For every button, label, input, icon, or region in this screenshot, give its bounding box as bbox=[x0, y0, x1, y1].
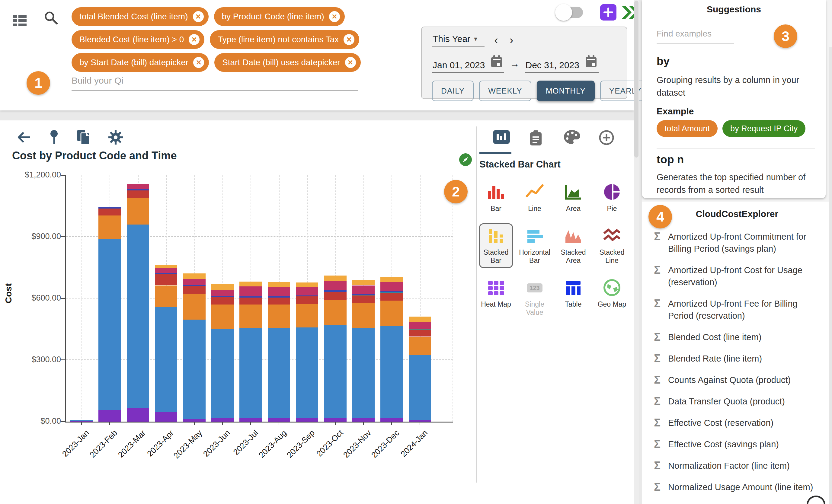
bar-segment-red[interactable] bbox=[98, 209, 121, 215]
bar-2023-Oct[interactable] bbox=[324, 175, 346, 422]
remove-pill-icon[interactable]: ✕ bbox=[345, 57, 356, 68]
add-button[interactable] bbox=[600, 4, 617, 21]
bar-segment-purple[interactable] bbox=[211, 418, 234, 422]
bar-segment-orange[interactable] bbox=[296, 304, 318, 327]
field-item[interactable]: ΣCounts Against Quota (product) bbox=[651, 374, 825, 386]
bar-segment-blue[interactable] bbox=[381, 326, 403, 418]
bar-segment-amber[interactable] bbox=[352, 280, 375, 286]
calendar-icon[interactable] bbox=[490, 55, 503, 70]
bar-2023-Apr[interactable] bbox=[155, 175, 177, 422]
bar-segment-amber[interactable] bbox=[155, 265, 177, 268]
pin-icon[interactable] bbox=[49, 130, 59, 146]
find-examples-input[interactable] bbox=[657, 29, 734, 44]
field-item[interactable]: ΣEffective Cost (reservation) bbox=[651, 417, 825, 429]
bar-segment-blue[interactable] bbox=[155, 307, 177, 412]
scrollbar-thumb[interactable] bbox=[634, 1, 639, 158]
bar-segment-blue[interactable] bbox=[352, 328, 375, 418]
bar-segment-amber[interactable] bbox=[239, 282, 262, 286]
field-item[interactable]: ΣEffective Cost (savings plan) bbox=[651, 438, 825, 450]
granularity-daily[interactable]: DAILY bbox=[432, 81, 474, 101]
bar-segment-blue[interactable] bbox=[239, 328, 262, 418]
bar-segment-navy[interactable] bbox=[352, 294, 375, 295]
bar-segment-amber[interactable] bbox=[296, 283, 318, 287]
bar-segment-red[interactable] bbox=[352, 295, 375, 303]
bar-2023-Jun[interactable] bbox=[211, 175, 234, 422]
query-pill[interactable]: total Blended Cost (line item)✕ bbox=[72, 7, 209, 26]
query-pill[interactable]: Start Date (bill) uses datepicker✕ bbox=[214, 53, 361, 72]
chart-type-stacked-bar[interactable]: Stacked Bar bbox=[479, 223, 513, 268]
field-item[interactable]: ΣNormalization Factor (line item) bbox=[651, 460, 825, 472]
bar-segment-orange[interactable] bbox=[155, 286, 177, 307]
date-preset-dropdown[interactable]: This Year ▾ bbox=[432, 33, 485, 47]
bar-segment-red[interactable] bbox=[324, 292, 346, 300]
remove-pill-icon[interactable]: ✕ bbox=[193, 57, 204, 68]
calendar-icon[interactable] bbox=[585, 55, 597, 70]
bar-segment-red[interactable] bbox=[409, 329, 431, 337]
bar-segment-purple[interactable] bbox=[296, 418, 318, 422]
query-pill[interactable]: by Product Code (line item)✕ bbox=[214, 7, 345, 26]
field-item[interactable]: ΣAmortized Up-front Cost for Usage (rese… bbox=[651, 264, 825, 288]
bar-segment-red[interactable] bbox=[239, 297, 262, 304]
query-pill[interactable]: by Start Date (bill) datepicker✕ bbox=[72, 53, 209, 72]
bar-segment-amber[interactable] bbox=[324, 275, 346, 281]
bar-segment-blue[interactable] bbox=[183, 320, 206, 419]
remove-pill-icon[interactable]: ✕ bbox=[329, 11, 340, 22]
bar-segment-orange[interactable] bbox=[211, 304, 234, 329]
bar-segment-orange[interactable] bbox=[98, 215, 121, 239]
bar-segment-red[interactable] bbox=[381, 293, 403, 300]
field-item[interactable]: ΣAmortized Up-front Fee for Billing Peri… bbox=[651, 297, 825, 322]
chart-type-pie[interactable]: Pie bbox=[595, 180, 629, 216]
main-scrollbar[interactable] bbox=[634, 0, 639, 504]
granularity-monthly[interactable]: MONTHLY bbox=[537, 81, 595, 101]
copy-icon[interactable] bbox=[77, 130, 90, 147]
bar-segment-magenta[interactable] bbox=[183, 279, 206, 285]
bar-segment-navy[interactable] bbox=[324, 290, 346, 292]
bar-segment-orange[interactable] bbox=[239, 304, 262, 328]
bar-segment-amber[interactable] bbox=[381, 277, 403, 282]
tab-add-visual[interactable] bbox=[598, 130, 615, 147]
bar-segment-magenta[interactable] bbox=[239, 286, 262, 296]
bar-segment-navy[interactable] bbox=[296, 295, 318, 296]
chart-type-geo-map[interactable]: Geo Map bbox=[595, 275, 629, 320]
bar-segment-red[interactable] bbox=[183, 286, 206, 294]
start-date-field[interactable]: Jan 01, 2023 bbox=[432, 55, 504, 73]
chart-type-stacked-line[interactable]: Stacked Line bbox=[595, 223, 629, 268]
bar-segment-purple[interactable] bbox=[268, 418, 290, 422]
query-builder-input[interactable] bbox=[72, 76, 358, 90]
next-period-button[interactable]: › bbox=[508, 35, 515, 45]
bar-segment-purple[interactable] bbox=[127, 408, 149, 422]
tab-palette[interactable] bbox=[563, 130, 580, 147]
bar-2023-Sep[interactable] bbox=[296, 175, 318, 422]
bar-segment-magenta[interactable] bbox=[268, 287, 290, 296]
field-item[interactable]: ΣNormalized Usage Amount (line item) bbox=[651, 481, 825, 493]
chart-type-area[interactable]: Area bbox=[556, 180, 590, 216]
query-list-icon[interactable] bbox=[13, 15, 27, 28]
prev-period-button[interactable]: ‹ bbox=[492, 35, 500, 45]
bar-segment-blue[interactable] bbox=[127, 224, 149, 408]
bar-segment-orange[interactable] bbox=[352, 303, 375, 328]
bar-2023-Jan[interactable] bbox=[70, 175, 93, 422]
bar-segment-navy[interactable] bbox=[155, 273, 177, 275]
bar-segment-navy[interactable] bbox=[211, 296, 234, 297]
remove-pill-icon[interactable]: ✕ bbox=[343, 34, 355, 45]
remove-pill-icon[interactable]: ✕ bbox=[189, 34, 200, 45]
field-item[interactable]: ΣAmortized Up-front Commitment for Billi… bbox=[651, 231, 825, 255]
tab-chart-type[interactable] bbox=[493, 130, 510, 146]
bar-2023-Nov[interactable] bbox=[352, 175, 375, 422]
bar-segment-magenta[interactable] bbox=[296, 287, 318, 295]
bar-segment-navy[interactable] bbox=[98, 207, 121, 209]
bar-segment-purple[interactable] bbox=[324, 418, 346, 422]
bar-segment-orange[interactable] bbox=[324, 300, 346, 325]
bar-segment-orange[interactable] bbox=[127, 198, 149, 224]
query-pill[interactable]: Blended Cost (line item) > 0✕ bbox=[72, 30, 204, 49]
bar-segment-magenta[interactable] bbox=[409, 322, 431, 329]
bar-segment-magenta[interactable] bbox=[381, 282, 403, 292]
compass-icon[interactable] bbox=[459, 153, 472, 167]
bar-segment-navy[interactable] bbox=[268, 296, 290, 297]
bar-segment-amber[interactable] bbox=[409, 317, 431, 322]
bar-segment-teal[interactable] bbox=[352, 295, 375, 295]
example-pill-dimension[interactable]: by Request IP City bbox=[722, 120, 805, 137]
field-item[interactable]: ΣData Transfer Quota (product) bbox=[651, 395, 825, 407]
bar-2023-Feb[interactable] bbox=[98, 175, 121, 422]
sidebar-scrollbar[interactable] bbox=[829, 47, 832, 504]
